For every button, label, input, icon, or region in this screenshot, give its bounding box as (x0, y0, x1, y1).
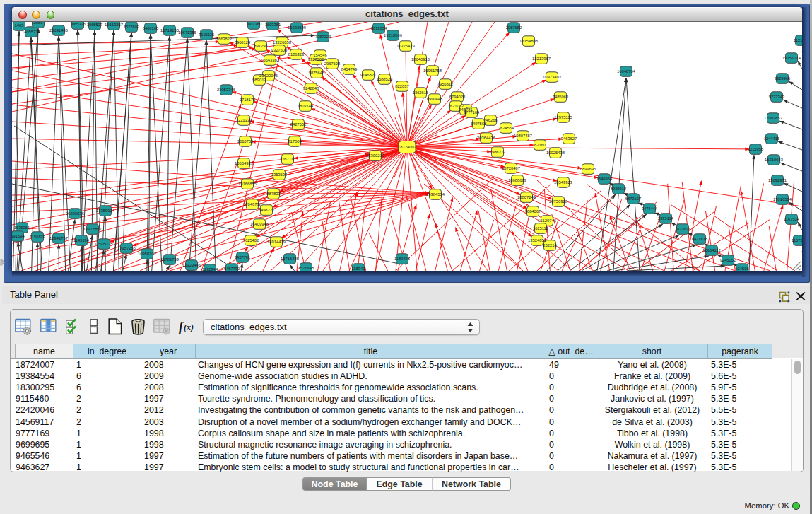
svg-text:8960124: 8960124 (235, 40, 251, 45)
svg-text:16033809: 16033809 (288, 25, 306, 30)
svg-text:10653267: 10653267 (105, 23, 123, 27)
svg-text:2069: 2069 (34, 22, 43, 25)
svg-text:6879197: 6879197 (625, 197, 642, 201)
svg-text:16120746: 16120746 (538, 218, 556, 223)
svg-text:1362615: 1362615 (413, 90, 429, 95)
svg-text:7803144: 7803144 (298, 104, 314, 108)
svg-text:822037: 822037 (395, 84, 408, 88)
svg-text:14055714: 14055714 (22, 30, 41, 34)
svg-text:16543382: 16543382 (261, 58, 279, 62)
svg-text:13524851: 13524851 (528, 238, 546, 243)
svg-text:12505135: 12505135 (95, 242, 113, 246)
svg-text:11325419: 11325419 (396, 44, 414, 48)
svg-text:10975867: 10975867 (83, 227, 102, 231)
svg-text:10025438: 10025438 (546, 151, 565, 155)
svg-text:9457791: 9457791 (235, 255, 251, 259)
svg-text:1571648: 1571648 (298, 266, 314, 270)
svg-text:16154808: 16154808 (519, 39, 538, 43)
svg-text:19384554: 19384554 (426, 192, 445, 197)
svg-text:1244415: 1244415 (764, 136, 780, 141)
svg-text:9474444: 9474444 (642, 206, 658, 211)
svg-text:8427552: 8427552 (290, 122, 307, 127)
svg-text:19166855: 19166855 (238, 182, 257, 186)
svg-text:3624554: 3624554 (498, 126, 514, 130)
svg-text:1615112: 1615112 (533, 226, 548, 230)
svg-text:12923446: 12923446 (182, 263, 201, 267)
svg-text:12093853: 12093853 (764, 116, 782, 120)
svg-text:10688609: 10688609 (508, 178, 526, 182)
svg-text:1353594: 1353594 (271, 173, 288, 177)
svg-text:13226058: 13226058 (273, 40, 291, 45)
svg-text:891295: 891295 (254, 44, 267, 48)
svg-text:1603381: 1603381 (265, 23, 281, 27)
svg-text:154546: 154546 (313, 53, 326, 57)
svg-text:8454749: 8454749 (341, 67, 358, 71)
svg-text:18640910: 18640910 (411, 57, 430, 62)
svg-text:1189495: 1189495 (394, 257, 410, 261)
svg-text:8938914: 8938914 (611, 187, 627, 191)
svg-text:1065326: 1065326 (70, 22, 86, 26)
svg-text:1167535: 1167535 (792, 238, 802, 243)
svg-text:7625402: 7625402 (243, 238, 259, 243)
svg-text:7955812: 7955812 (437, 82, 454, 86)
svg-text:17046738: 17046738 (243, 202, 261, 206)
svg-text:12213967: 12213967 (532, 57, 551, 61)
svg-text:6794028: 6794028 (449, 95, 466, 99)
svg-text:10719155: 10719155 (160, 28, 179, 33)
svg-text:1527602: 1527602 (124, 25, 140, 29)
svg-text:1603380: 1603380 (246, 22, 262, 26)
svg-text:20691406: 20691406 (49, 28, 68, 33)
svg-text:10654112: 10654112 (702, 248, 720, 252)
svg-text:9245052: 9245052 (720, 258, 736, 262)
svg-text:2087682: 2087682 (506, 25, 522, 30)
svg-text:16210643: 16210643 (765, 158, 783, 162)
svg-text:23053346: 23053346 (217, 88, 235, 92)
svg-text:15751074: 15751074 (782, 56, 801, 60)
svg-text:15692971: 15692971 (768, 178, 787, 182)
svg-text:7986372: 7986372 (490, 150, 506, 154)
svg-text:9146821: 9146821 (360, 73, 377, 77)
svg-text:1640954: 1640954 (596, 177, 613, 181)
svg-text:391594: 391594 (12, 234, 25, 238)
svg-text:16961758: 16961758 (423, 69, 442, 73)
svg-text:1121546: 1121546 (794, 38, 802, 42)
svg-text:10654933: 10654933 (235, 161, 253, 165)
svg-text:18724007: 18724007 (398, 145, 416, 149)
svg-text:15300213: 15300213 (366, 153, 384, 158)
svg-text:9227343: 9227343 (769, 95, 785, 99)
svg-text:2967608: 2967608 (324, 62, 341, 66)
svg-text:18807249: 18807249 (517, 195, 536, 199)
svg-text:7515526: 7515526 (199, 33, 215, 37)
svg-text:10958107: 10958107 (138, 252, 156, 256)
svg-text:7485063: 7485063 (553, 95, 569, 99)
svg-text:10973493: 10973493 (543, 75, 561, 79)
svg-text:20206536: 20206536 (66, 211, 84, 216)
svg-text:10807487: 10807487 (514, 134, 532, 138)
svg-text:1065527: 1065527 (87, 23, 103, 27)
svg-text:16409948: 16409948 (250, 222, 269, 226)
svg-text:1635061: 1635061 (14, 226, 30, 230)
svg-text:12975115: 12975115 (554, 115, 572, 119)
svg-text:7663822: 7663822 (216, 37, 233, 41)
svg-text:17957255: 17957255 (117, 246, 136, 250)
svg-text:9329966: 9329966 (775, 76, 791, 81)
svg-text:6899695: 6899695 (580, 167, 596, 171)
svg-text:14914479: 14914479 (267, 240, 286, 244)
svg-text:6466160: 6466160 (143, 26, 159, 30)
svg-text:6497568: 6497568 (471, 122, 487, 126)
svg-text:17016504: 17016504 (773, 197, 792, 201)
svg-text:1610755: 1610755 (237, 139, 254, 144)
svg-text:9777169: 9777169 (464, 110, 480, 115)
svg-text:2718176: 2718176 (240, 98, 256, 102)
svg-text:20364436: 20364436 (477, 136, 495, 140)
svg-text:15716485: 15716485 (281, 257, 299, 261)
svg-text:989012: 989012 (252, 78, 266, 82)
svg-text:1221339: 1221339 (236, 118, 252, 122)
svg-text:16549923: 16549923 (554, 180, 572, 185)
svg-text:887833: 887833 (266, 192, 280, 196)
svg-text:16648784: 16648784 (617, 69, 636, 74)
svg-text:8990448: 8990448 (427, 97, 443, 101)
svg-text:1167534: 1167534 (784, 217, 800, 221)
svg-text:9875645: 9875645 (309, 71, 325, 75)
svg-text:7357224: 7357224 (315, 35, 331, 39)
